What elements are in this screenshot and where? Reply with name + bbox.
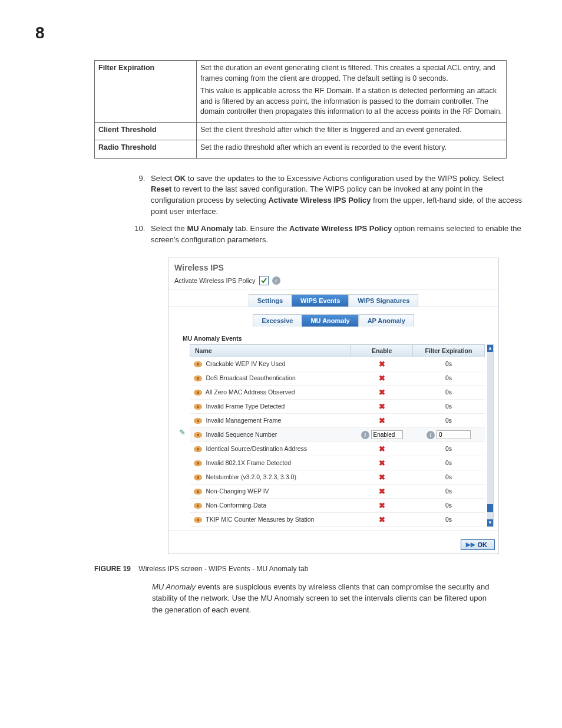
eye-icon [194, 432, 202, 438]
figure-caption: FIGURE 19 Wireless IPS screen - WIPS Eve… [94, 565, 527, 573]
button-bar: ▶▶ OK [168, 531, 498, 554]
eye-icon [194, 503, 202, 509]
eye-icon [194, 517, 202, 523]
subtab-ap-anomaly[interactable]: AP Anomaly [359, 314, 414, 327]
row-name: Invalid Management Frame [190, 413, 351, 427]
ok-button[interactable]: ▶▶ OK [461, 539, 495, 550]
col-name[interactable]: Name [190, 344, 351, 357]
scroll-down-icon[interactable]: ▼ [487, 519, 493, 526]
row-enable[interactable]: ✖ [351, 357, 412, 371]
steps-list: Select OK to save the updates to the to … [134, 173, 527, 246]
lead-term: MU Anomaly [152, 582, 196, 591]
row-enable[interactable]: ✖ [351, 371, 412, 385]
row-name: Crackable WEP IV Key Used [190, 357, 351, 371]
row-name: All Zero MAC Address Observed [190, 385, 351, 399]
scrollbar[interactable]: ▲ ▼ [487, 344, 494, 527]
row-filter[interactable]: 0s [412, 484, 484, 498]
col-enable[interactable]: Enable [351, 344, 412, 357]
row-name: Invalid Frame Type Detected [190, 399, 351, 413]
x-icon: ✖ [379, 402, 385, 411]
row-filter[interactable]: i [412, 427, 484, 442]
eye-icon [194, 404, 202, 410]
row-enable[interactable]: i [351, 427, 412, 442]
edit-column: ✎ [179, 344, 187, 437]
row-filter[interactable]: 0s [412, 385, 484, 399]
scroll-thumb[interactable] [487, 504, 493, 512]
enable-input[interactable] [371, 430, 403, 439]
table-row[interactable]: Invalid Management Frame✖0s [190, 413, 485, 427]
def-desc: Set the duration an event generating cli… [197, 61, 507, 123]
row-filter[interactable]: 0s [412, 413, 484, 427]
table-row[interactable]: DoS Broadcast Deauthentication✖0s [190, 371, 485, 385]
table-row[interactable]: Invalid 802.1X Frame Detected✖0s [190, 456, 485, 470]
def-term: Radio Threshold [95, 140, 197, 159]
col-filter[interactable]: Filter Expiration [412, 344, 484, 357]
filter-input[interactable] [437, 430, 471, 439]
figure-text: Wireless IPS screen - WIPS Events - MU A… [138, 565, 308, 573]
table-row[interactable]: TKIP MIC Counter Measures by Station✖0s [190, 512, 485, 526]
eye-icon [194, 460, 202, 466]
info-icon[interactable]: i [272, 276, 280, 285]
row-filter[interactable]: 0s [412, 512, 484, 526]
subtab-mu-anomaly[interactable]: MU Anomaly [302, 314, 358, 327]
row-name: DoS Broadcast Deauthentication [190, 371, 351, 385]
events-area: ✎ Name Enable Filter Expiration Crackabl… [179, 344, 494, 527]
row-enable[interactable]: ✖ [351, 413, 412, 427]
row-filter[interactable]: 0s [412, 442, 484, 456]
activate-checkbox[interactable] [259, 276, 269, 285]
table-row[interactable]: Non-Conforming-Data✖0s [190, 498, 485, 512]
tab-wips-signatures[interactable]: WIPS Signatures [349, 294, 418, 307]
table-row[interactable]: Crackable WEP IV Key Used✖0s [190, 357, 485, 371]
tab-wips-events[interactable]: WIPS Events [292, 294, 349, 307]
row-filter[interactable]: 0s [412, 498, 484, 512]
eye-icon [194, 475, 202, 480]
row-filter[interactable]: 0s [412, 470, 484, 484]
x-icon: ✖ [379, 360, 385, 368]
x-icon: ✖ [379, 416, 385, 425]
table-row[interactable]: Invalid Frame Type Detected✖0s [190, 399, 485, 413]
page-number: 8 [35, 24, 527, 42]
activate-row: Activate Wireless IPS Policy i [168, 275, 498, 289]
x-icon: ✖ [379, 388, 385, 397]
row-enable[interactable]: ✖ [351, 456, 412, 470]
pencil-icon[interactable]: ✎ [179, 428, 186, 437]
table-row[interactable]: Non-Changing WEP IV✖0s [190, 484, 485, 498]
eye-icon [194, 489, 202, 495]
row-name: Non-Changing WEP IV [190, 484, 351, 498]
subtab-excessive[interactable]: Excessive [253, 314, 302, 327]
eye-icon [194, 375, 202, 381]
body-paragraph: MU Anomaly events are suspicious events … [152, 581, 494, 616]
info-icon[interactable]: i [361, 431, 369, 439]
wireless-ips-panel: Wireless IPS Activate Wireless IPS Polic… [168, 258, 499, 554]
scroll-up-icon[interactable]: ▲ [487, 345, 493, 352]
row-enable[interactable]: ✖ [351, 498, 412, 512]
x-icon: ✖ [379, 473, 385, 482]
table-row[interactable]: Identical Source/Destination Address✖0s [190, 442, 485, 456]
row-enable[interactable]: ✖ [351, 512, 412, 526]
row-filter[interactable]: 0s [412, 456, 484, 470]
eye-icon [194, 446, 202, 452]
table-row[interactable]: All Zero MAC Address Observed✖0s [190, 385, 485, 399]
check-icon [260, 277, 267, 284]
table-row[interactable]: Invalid Sequence Numberi i [190, 427, 485, 442]
panel-title: Wireless IPS [168, 258, 498, 275]
row-name: Invalid Sequence Number [190, 427, 351, 442]
group-label: MU Anomaly Events [168, 327, 498, 344]
info-icon[interactable]: i [427, 431, 435, 439]
row-enable[interactable]: ✖ [351, 484, 412, 498]
row-filter[interactable]: 0s [412, 371, 484, 385]
tab-settings[interactable]: Settings [249, 294, 292, 307]
eye-icon [194, 390, 202, 396]
row-enable[interactable]: ✖ [351, 385, 412, 399]
secondary-tabs: ExcessiveMU AnomalyAP Anomaly [168, 307, 498, 327]
row-enable[interactable]: ✖ [351, 442, 412, 456]
row-name: Non-Conforming-Data [190, 498, 351, 512]
row-enable[interactable]: ✖ [351, 399, 412, 413]
row-filter[interactable]: 0s [412, 357, 484, 371]
row-filter[interactable]: 0s [412, 399, 484, 413]
table-row[interactable]: Netstumbler (v3.2.0, 3.2.3, 3.3.0)✖0s [190, 470, 485, 484]
x-icon: ✖ [379, 487, 385, 496]
row-name: Netstumbler (v3.2.0, 3.2.3, 3.3.0) [190, 470, 351, 484]
body-text: events are suspicious events by wireless… [152, 582, 490, 614]
row-enable[interactable]: ✖ [351, 470, 412, 484]
